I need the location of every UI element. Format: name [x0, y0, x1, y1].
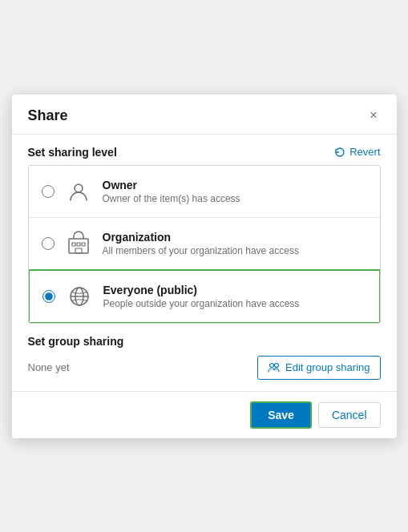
- svg-point-10: [274, 363, 278, 367]
- svg-point-9: [269, 363, 273, 367]
- everyone-label: Everyone (public): [103, 284, 366, 296]
- save-button[interactable]: Save: [250, 401, 312, 429]
- owner-label: Owner: [103, 179, 367, 191]
- organization-radio-wrapper: [42, 237, 55, 250]
- close-button[interactable]: ×: [366, 107, 380, 123]
- revert-label: Revert: [349, 146, 380, 158]
- none-yet-label: None yet: [28, 361, 70, 373]
- cancel-button[interactable]: Cancel: [318, 402, 381, 428]
- owner-desc: Owner of the item(s) has access: [103, 193, 367, 204]
- group-section: Set group sharing None yet Edit group sh…: [12, 324, 397, 391]
- organization-desc: All members of your organization have ac…: [103, 245, 367, 256]
- edit-group-sharing-button[interactable]: Edit group sharing: [257, 356, 381, 380]
- organization-text: Organization All members of your organiz…: [103, 231, 367, 256]
- sharing-section-header: Set sharing level Revert: [12, 135, 397, 165]
- everyone-radio-wrapper: [42, 290, 55, 303]
- svg-point-0: [75, 184, 83, 192]
- organization-icon: [64, 229, 93, 258]
- organization-label: Organization: [103, 231, 367, 244]
- svg-rect-5: [75, 248, 82, 253]
- owner-option[interactable]: Owner Owner of the item(s) has access: [29, 166, 380, 218]
- svg-rect-4: [82, 243, 85, 246]
- everyone-desc: People outside your organization have ac…: [103, 298, 366, 309]
- svg-rect-3: [77, 243, 80, 246]
- owner-text: Owner Owner of the item(s) has access: [103, 179, 367, 204]
- everyone-text: Everyone (public) People outside your or…: [103, 284, 366, 309]
- everyone-radio[interactable]: [42, 290, 55, 303]
- edit-group-label: Edit group sharing: [285, 361, 370, 373]
- edit-group-icon: [268, 361, 281, 374]
- everyone-option[interactable]: Everyone (public) People outside your or…: [28, 269, 381, 324]
- dialog-header: Share ×: [12, 95, 397, 135]
- group-section-title: Set group sharing: [28, 335, 381, 348]
- group-row: None yet Edit group sharing: [28, 356, 381, 380]
- everyone-icon: [65, 282, 94, 311]
- revert-icon: [334, 147, 345, 158]
- dialog-title: Share: [28, 107, 68, 124]
- organization-option[interactable]: Organization All members of your organiz…: [29, 218, 380, 270]
- owner-radio[interactable]: [42, 185, 55, 198]
- owner-icon: [64, 177, 93, 206]
- dialog-footer: Save Cancel: [12, 392, 397, 438]
- svg-rect-2: [72, 243, 75, 246]
- share-dialog: Share × Set sharing level Revert: [12, 95, 397, 438]
- revert-button[interactable]: Revert: [334, 146, 380, 158]
- organization-radio[interactable]: [42, 237, 55, 250]
- sharing-options: Owner Owner of the item(s) has access: [28, 165, 381, 324]
- owner-radio-wrapper: [42, 185, 55, 198]
- sharing-section-title: Set sharing level: [28, 146, 117, 159]
